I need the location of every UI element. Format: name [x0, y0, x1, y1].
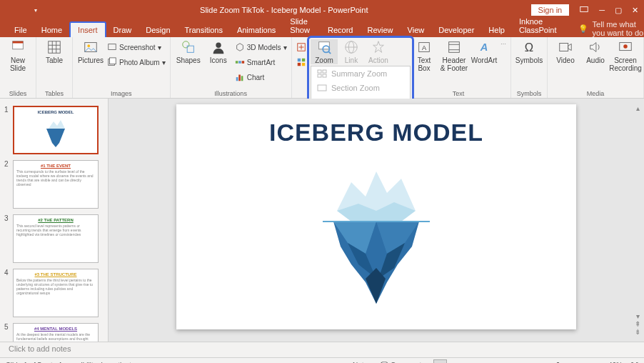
svg-rect-24	[241, 76, 243, 81]
photo-album-button[interactable]: Photo Album ▾	[107, 56, 166, 69]
thumbnail-4[interactable]: 4#3 THE STRUCTUREBelow the patterns the …	[0, 266, 108, 320]
svg-rect-21	[241, 61, 244, 64]
chart-button[interactable]: Chart	[235, 71, 287, 84]
iceberg-image	[294, 154, 458, 325]
new-slide-button[interactable]: New Slide	[4, 39, 31, 72]
svg-marker-57	[337, 171, 416, 211]
prev-slide-icon[interactable]: ⇞	[635, 320, 640, 328]
close-icon[interactable]: ✕	[632, 6, 638, 15]
thumbnail-5[interactable]: 5#4 MENTAL MODELSAt the deepest level th…	[0, 320, 108, 342]
tab-help[interactable]: Help	[481, 23, 512, 37]
summary-zoom-item[interactable]: Summary Zoom	[311, 66, 410, 81]
qat-more-icon[interactable]: ▾	[34, 7, 37, 14]
svg-line-44	[328, 51, 331, 54]
minimize-icon[interactable]: ─	[599, 6, 605, 15]
tab-file[interactable]: File	[7, 23, 34, 37]
thumbnail-number: 2	[4, 160, 10, 209]
group-text: Text	[411, 89, 506, 97]
svg-marker-55	[49, 120, 65, 129]
tab-insert[interactable]: Insert	[69, 21, 106, 37]
action-button[interactable]: Action	[365, 39, 392, 64]
group-illustrations: Illustrations	[175, 89, 287, 97]
link-button[interactable]: Link	[338, 39, 365, 64]
tab-developer[interactable]: Developer	[431, 23, 481, 37]
svg-rect-31	[301, 63, 304, 66]
thumbnail-number: 3	[4, 214, 10, 263]
shapes-button[interactable]: Shapes	[175, 39, 202, 64]
tell-me-search[interactable]: 💡Tell me what you want to do	[578, 20, 644, 37]
ribbon-display-icon[interactable]	[579, 4, 589, 16]
3d-models-button[interactable]: 3D Models ▾	[235, 41, 287, 54]
slideshow-view-icon[interactable]: ▭	[496, 360, 508, 363]
zoom-button[interactable]: Zoom	[311, 39, 338, 64]
tab-design[interactable]: Design	[139, 23, 177, 37]
tab-animations[interactable]: Animations	[230, 23, 283, 37]
svg-rect-6	[49, 41, 61, 54]
svg-rect-51	[323, 74, 326, 77]
scroll-down-icon[interactable]: ▾	[636, 312, 640, 320]
svg-rect-3	[580, 7, 588, 12]
svg-point-16	[182, 41, 188, 48]
slide-thumbnails[interactable]: 1ICEBERG MODEL2#1 THE EVENTThis correspo…	[0, 99, 109, 342]
screenshot-button[interactable]: Screenshot ▾	[107, 41, 166, 54]
reading-view-icon[interactable]: ▤	[476, 360, 488, 363]
svg-rect-15	[110, 58, 116, 64]
svg-rect-28	[297, 59, 300, 61]
svg-point-41	[623, 44, 628, 49]
thumbnail-preview: #4 MENTAL MODELSAt the deepest level the…	[13, 323, 99, 342]
thumbnail-1[interactable]: 1ICEBERG MODEL	[0, 103, 108, 157]
symbols-button[interactable]: ΩSymbols	[515, 39, 543, 64]
thumbnail-number: 1	[4, 106, 10, 154]
tab-slideshow[interactable]: Slide Show	[283, 14, 321, 37]
svg-text:A: A	[480, 41, 488, 53]
thumbnail-2[interactable]: 2#1 THE EVENTThis corresponds to the sur…	[0, 157, 108, 212]
tab-draw[interactable]: Draw	[106, 23, 139, 37]
svg-rect-34	[449, 42, 460, 53]
thumbnail-preview: #2 THE PATTERNThis second level represen…	[13, 214, 99, 263]
group-tables: Tables	[41, 89, 68, 97]
svg-text:A: A	[422, 44, 427, 51]
svg-rect-48	[318, 70, 321, 73]
textbox-button[interactable]: AText Box	[411, 39, 438, 72]
group-media: Media	[552, 89, 639, 97]
svg-rect-29	[301, 59, 304, 61]
svg-rect-13	[109, 44, 116, 50]
tab-review[interactable]: Review	[360, 23, 400, 37]
svg-rect-52	[318, 85, 326, 91]
svg-rect-20	[238, 61, 241, 64]
wordart-button[interactable]: AWordArt	[471, 39, 498, 64]
tab-transitions[interactable]: Transitions	[178, 23, 230, 37]
svg-text:Ω: Ω	[525, 41, 533, 54]
maximize-icon[interactable]: ▢	[615, 6, 622, 15]
pictures-button[interactable]: Pictures	[77, 39, 104, 64]
group-images: Images	[77, 89, 166, 97]
audio-button[interactable]: Audio	[582, 39, 609, 64]
smartart-button[interactable]: SmartArt	[235, 56, 287, 69]
svg-rect-19	[236, 61, 238, 64]
screen-recording-button[interactable]: Screen Recording	[612, 39, 639, 72]
header-footer-button[interactable]: Header & Footer	[441, 39, 468, 72]
table-button[interactable]: Table	[41, 39, 68, 64]
svg-rect-39	[560, 44, 568, 51]
thumbnail-preview: #3 THE STRUCTUREBelow the patterns the t…	[13, 269, 99, 317]
thumbnail-3[interactable]: 3#2 THE PATTERNThis second level represe…	[0, 212, 108, 266]
normal-view-icon[interactable]: ▦	[433, 359, 447, 363]
svg-rect-23	[238, 75, 241, 81]
notes-pane[interactable]: Click to add notes	[0, 342, 644, 357]
video-button[interactable]: Video	[552, 39, 579, 64]
svg-rect-42	[319, 42, 330, 49]
sorter-view-icon[interactable]: ⊞	[456, 360, 467, 363]
tab-record[interactable]: Record	[321, 23, 360, 37]
group-symbols: Symbols	[515, 89, 543, 97]
section-zoom-item[interactable]: Section Zoom	[311, 81, 410, 95]
icons-button[interactable]: Icons	[205, 39, 232, 64]
current-slide[interactable]: ICEBERG MODEL	[176, 104, 576, 329]
thumbnail-preview: #1 THE EVENTThis corresponds to the surf…	[13, 160, 99, 209]
next-slide-icon[interactable]: ⇟	[635, 328, 640, 336]
tab-home[interactable]: Home	[34, 23, 69, 37]
svg-rect-22	[236, 77, 238, 81]
scroll-up-icon[interactable]: ▴	[636, 104, 640, 112]
tab-view[interactable]: View	[401, 23, 432, 37]
tab-classpoint[interactable]: Inknoe ClassPoint	[512, 14, 564, 37]
svg-rect-49	[323, 70, 326, 73]
